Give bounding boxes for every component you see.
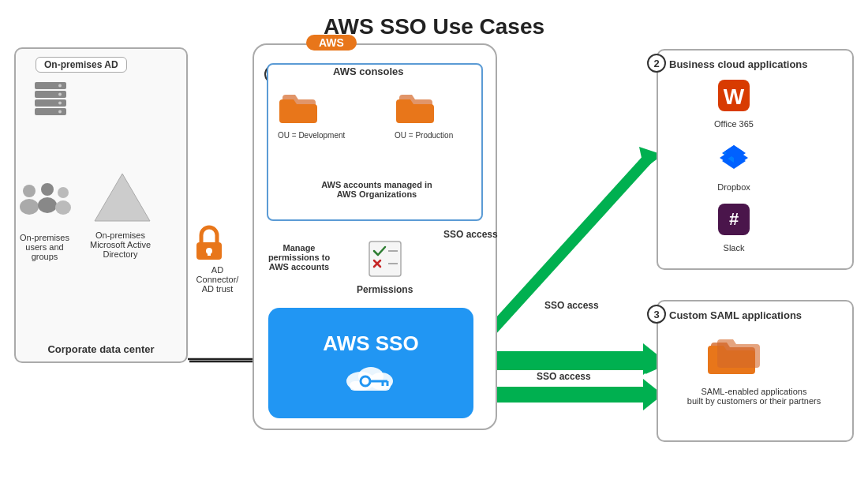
permissions-label: Permissions (357, 284, 413, 295)
office365-icon-area: W Office 365 (710, 77, 758, 129)
circle-badge-3: 3 (647, 305, 666, 324)
svg-point-25 (58, 187, 69, 198)
svg-line-37 (475, 158, 649, 349)
saml-title: Custom SAML applications (669, 309, 802, 321)
aws-badge: AWS (306, 35, 357, 51)
manage-perms-label: Managepermissions toAWS accounts (256, 243, 342, 271)
dropbox-label: Dropbox (710, 182, 758, 192)
svg-point-19 (58, 102, 62, 105)
svg-point-18 (58, 93, 62, 96)
folder-dev-group: OU = Development (278, 88, 345, 140)
svg-point-24 (38, 197, 57, 213)
permissions-area: Permissions (357, 237, 413, 295)
ou-dev-label: OU = Development (278, 131, 345, 140)
server-icon (30, 79, 71, 123)
slack-label: Slack (710, 243, 758, 253)
biz-cloud-title: Business cloud applications (669, 58, 808, 70)
sso-access-label-bottom: SSO access (537, 371, 591, 382)
page-title: AWS SSO Use Cases (0, 0, 868, 47)
users-icon (17, 182, 73, 228)
aws-consoles-title: AWS consoles (333, 66, 404, 77)
svg-marker-27 (95, 174, 150, 221)
aws-accounts-label: AWS accounts managed inAWS Organizations (272, 180, 481, 199)
saml-description: SAML-enabled applicationsbuilt by custom… (661, 387, 847, 406)
svg-point-17 (58, 84, 62, 88)
saml-folder-icon (705, 331, 764, 378)
svg-point-21 (23, 185, 36, 197)
onprem-ad-label: On-premises AD (36, 57, 127, 73)
users-label: On-premisesusers andgroups (11, 233, 78, 261)
slack-icon-area: # Slack (710, 201, 758, 253)
svg-text:#: # (729, 209, 739, 229)
svg-point-20 (58, 110, 62, 114)
dropbox-icon-area: Dropbox (710, 140, 758, 192)
aws-sso-title: AWS SSO (323, 331, 418, 356)
folder-prod-group: OU = Production (395, 88, 453, 140)
corp-datacenter-label: Corporate data center (16, 343, 186, 355)
sso-access-label-top: SSO access (443, 229, 498, 240)
ad-connector-label: ADConnector/AD trust (184, 265, 251, 294)
circle-badge-2: 2 (647, 54, 666, 73)
svg-rect-30 (208, 251, 211, 256)
ad-triangle-icon (91, 170, 154, 228)
ou-prod-label: OU = Production (395, 131, 453, 140)
sso-access-label-right-top: SSO access (544, 300, 599, 311)
svg-point-22 (20, 199, 39, 215)
ad-directory-label: On-premisesMicrosoft ActiveDirectory (79, 230, 162, 259)
office365-label: Office 365 (710, 119, 758, 129)
aws-sso-box: AWS SSO (268, 308, 473, 418)
svg-point-26 (55, 200, 71, 215)
ad-connector-icon (192, 225, 226, 268)
svg-point-23 (41, 183, 54, 196)
svg-text:W: W (724, 84, 745, 109)
